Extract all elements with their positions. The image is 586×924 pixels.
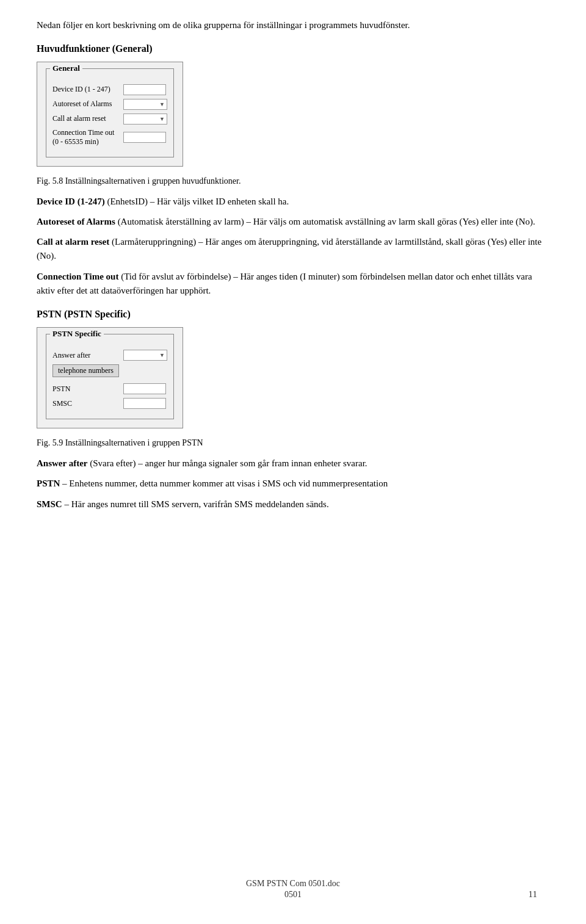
connection-input[interactable] xyxy=(123,132,166,143)
footer-doc: GSM PSTN Com 0501.doc xyxy=(0,879,586,889)
answer-after-select[interactable]: ▼ xyxy=(123,350,167,361)
pstn-border-wrap: PSTN Specific Answer after ▼ telephone n… xyxy=(46,334,174,419)
callreset-select[interactable]: ▼ xyxy=(123,114,167,125)
pstn-bold: PSTN xyxy=(37,478,60,488)
device-id-label: Device ID (1 - 247) xyxy=(52,85,120,94)
footer-page: 11 xyxy=(529,889,537,900)
pstn-input[interactable] xyxy=(123,383,166,394)
callreset-label: Call at alarm reset xyxy=(52,114,120,123)
general-border-wrap: General Device ID (1 - 247) Autoreset of… xyxy=(46,68,174,157)
callreset-arrow-icon: ▼ xyxy=(159,116,165,122)
callreset-para: Call at alarm reset (Larmåteruppringning… xyxy=(37,235,549,264)
answer-after-label: Answer after xyxy=(52,351,120,360)
pstn-input-label: PSTN xyxy=(52,384,120,394)
callreset-bold: Call at alarm reset xyxy=(37,237,109,247)
smsc-input-label: SMSC xyxy=(52,399,120,408)
callreset-row: Call at alarm reset ▼ xyxy=(52,114,167,125)
answer-bold: Answer after xyxy=(37,458,87,468)
answer-after-arrow-icon: ▼ xyxy=(159,352,165,358)
general-box-title: General xyxy=(50,63,82,73)
device-id-para: Device ID (1-247) (EnhetsID) – Här väljs… xyxy=(37,195,549,209)
connection-bold: Connection Time out xyxy=(37,272,118,281)
device-id-row: Device ID (1 - 247) xyxy=(52,84,167,95)
connection-row: Connection Time out(0 - 65535 min) xyxy=(52,128,167,147)
autoreset-row: Autoreset of Alarms ▼ xyxy=(52,99,167,110)
device-id-bold: Device ID (1-247) xyxy=(37,197,105,206)
general-widget-box: General Device ID (1 - 247) Autoreset of… xyxy=(37,62,183,167)
autoreset-arrow-icon: ▼ xyxy=(159,101,165,107)
answer-text: (Svara efter) – anger hur många signaler… xyxy=(87,458,367,468)
autoreset-bold: Autoreset of Alarms xyxy=(37,217,115,226)
pstn-section: PSTN (PSTN Specific) PSTN Specific Answe… xyxy=(37,309,549,511)
connection-para: Connection Time out (Tid för avslut av f… xyxy=(37,270,549,298)
autoreset-label: Autoreset of Alarms xyxy=(52,99,120,109)
device-id-input[interactable] xyxy=(123,84,166,95)
pstn-text: – Enhetens nummer, detta nummer kommer a… xyxy=(60,478,388,488)
autoreset-para: Autoreset of Alarms (Automatisk återstäl… xyxy=(37,215,549,229)
footer-code: 0501 xyxy=(0,890,586,900)
callreset-text: (Larmåteruppringning) – Här anges om åte… xyxy=(37,237,541,261)
footer: GSM PSTN Com 0501.doc 0501 11 xyxy=(0,879,586,900)
pstn-para: PSTN – Enhetens nummer, detta nummer kom… xyxy=(37,477,549,491)
general-heading: Huvudfunktioner (General) xyxy=(37,43,549,54)
autoreset-select[interactable]: ▼ xyxy=(123,99,167,110)
pstn-input-row: PSTN xyxy=(52,383,167,394)
smsc-input-row: SMSC xyxy=(52,398,167,409)
intro-text: Nedan följer en kort beskrivning om de o… xyxy=(37,18,549,32)
smsc-text: – Här anges numret till SMS servern, var… xyxy=(62,499,329,509)
fig-5-9-caption: Fig. 5.9 Inställningsalternativen i grup… xyxy=(37,438,549,448)
pstn-heading: PSTN (PSTN Specific) xyxy=(37,309,549,320)
pstn-box-title: PSTN Specific xyxy=(50,329,104,339)
device-id-text: (EnhetsID) – Här väljs vilket ID enheten… xyxy=(105,197,289,206)
smsc-input[interactable] xyxy=(123,398,166,409)
smsc-bold: SMSC xyxy=(37,499,62,509)
answer-para: Answer after (Svara efter) – anger hur m… xyxy=(37,457,549,471)
autoreset-text: (Automatisk återställning av larm) – Här… xyxy=(115,217,535,226)
connection-label: Connection Time out(0 - 65535 min) xyxy=(52,128,120,147)
answer-after-row: Answer after ▼ xyxy=(52,350,167,361)
fig-5-8-caption: Fig. 5.8 Inställningsalternativen i grup… xyxy=(37,176,549,186)
smsc-para: SMSC – Här anges numret till SMS servern… xyxy=(37,497,549,511)
telephone-numbers-button[interactable]: telephone numbers xyxy=(52,364,119,377)
pstn-widget-box: PSTN Specific Answer after ▼ telephone n… xyxy=(37,327,183,428)
tel-button-row: telephone numbers xyxy=(52,364,167,380)
